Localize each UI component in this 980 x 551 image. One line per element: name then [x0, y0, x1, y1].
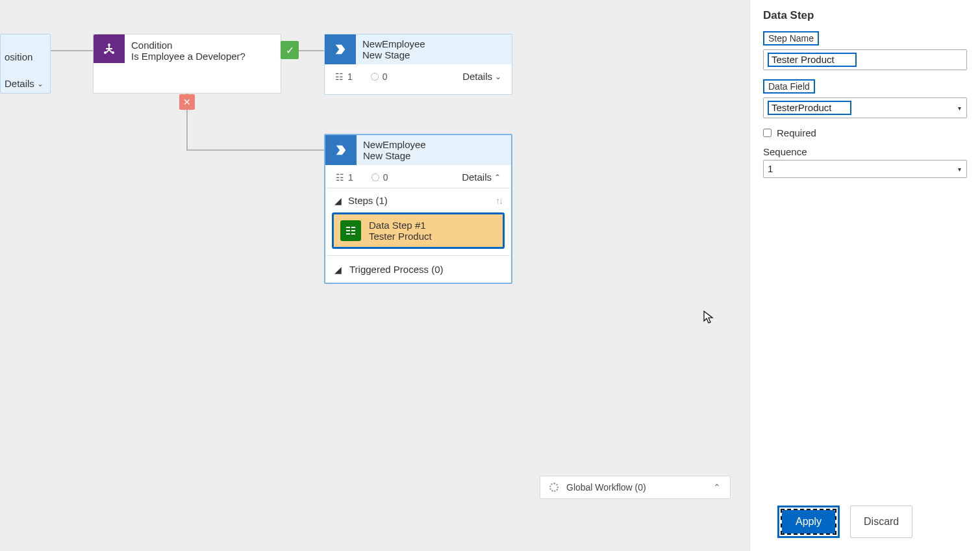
- connector: [186, 149, 324, 151]
- stage-name: New Stage: [362, 49, 505, 60]
- steps-header-label: Steps (1): [348, 195, 388, 206]
- step-name-input[interactable]: [772, 54, 853, 65]
- chevron-down-icon: ⌄: [495, 72, 501, 81]
- apply-button-highlight: Apply: [777, 506, 840, 538]
- collapse-triangle-icon: ◢: [334, 196, 342, 206]
- workflow-spinner-icon: [549, 483, 559, 492]
- data-step-item[interactable]: Data Step #1 Tester Product: [332, 212, 505, 249]
- step-name-label: Step Name: [768, 33, 814, 44]
- process-count: 0: [383, 71, 388, 82]
- steps-count: 1: [348, 172, 353, 183]
- details-label: Details: [5, 78, 34, 89]
- stage-node-expanded[interactable]: NewEmployee New Stage ☷1 0 Details ⌃ ◢ S…: [324, 134, 512, 284]
- connector: [51, 50, 93, 51]
- position-label: osition: [5, 40, 46, 62]
- reorder-arrows-icon[interactable]: ↑↓: [496, 196, 502, 206]
- discard-button[interactable]: Discard: [850, 506, 912, 538]
- condition-yes-badge: ✓: [281, 41, 299, 59]
- data-field-select-wrap: TesterProduct ▾: [763, 97, 967, 118]
- data-step-subtitle: Tester Product: [369, 231, 432, 242]
- details-toggle[interactable]: Details ⌄: [5, 78, 46, 89]
- process-count: 0: [383, 172, 388, 183]
- details-label: Details: [462, 172, 492, 183]
- sequence-label: Sequence: [763, 146, 967, 157]
- triggered-process-header[interactable]: ◢ Triggered Process (0): [325, 255, 511, 283]
- steps-count: 1: [347, 71, 353, 82]
- stage-entity: NewEmployee: [363, 139, 505, 150]
- details-toggle[interactable]: Details ⌄: [462, 71, 501, 82]
- condition-title: Condition: [131, 40, 245, 51]
- steps-count-icon: ☷1: [335, 71, 353, 82]
- connector: [299, 50, 324, 51]
- process-count-icon: 0: [371, 71, 388, 82]
- data-field-label-highlight: Data Field: [763, 79, 815, 94]
- required-checkbox[interactable]: [763, 129, 772, 137]
- sequence-select[interactable]: 1: [768, 163, 962, 174]
- position-stage-node[interactable]: osition Details ⌄: [0, 34, 51, 94]
- collapse-triangle-icon: ◢: [334, 264, 342, 275]
- required-label: Required: [777, 127, 816, 138]
- details-label: Details: [462, 71, 492, 82]
- condition-node[interactable]: Condition Is Employee a Developer?: [93, 34, 281, 94]
- chevron-up-icon: ⌃: [494, 173, 501, 182]
- stage-name: New Stage: [363, 150, 505, 161]
- condition-text: Condition Is Employee a Developer?: [125, 34, 252, 93]
- global-workflow-bar[interactable]: Global Workflow (0) ⌃: [540, 476, 731, 499]
- stage-node-collapsed[interactable]: NewEmployee New Stage ☷1 0 Details ⌄: [324, 34, 512, 95]
- data-step-title: Data Step #1: [369, 220, 432, 231]
- stage-chevron-icon: [325, 135, 357, 165]
- triggered-label: Triggered Process (0): [349, 264, 444, 275]
- steps-count-icon: ☷1: [336, 172, 353, 183]
- sequence-select-wrap: 1 ▾: [763, 160, 967, 178]
- step-name-value-highlight: [768, 53, 857, 67]
- chevron-down-icon: ▾: [958, 105, 961, 112]
- steps-section-header[interactable]: ◢ Steps (1) ↑↓: [325, 188, 511, 212]
- global-workflow-label: Global Workflow (0): [566, 482, 646, 493]
- chevron-down-icon: ⌄: [37, 79, 44, 88]
- stage-entity: NewEmployee: [362, 38, 505, 49]
- step-name-field-wrap: [763, 49, 967, 70]
- data-field-select[interactable]: TesterProduct: [772, 102, 848, 113]
- branch-icon: [94, 34, 125, 63]
- condition-question: Is Employee a Developer?: [131, 51, 245, 62]
- properties-panel: Data Step Step Name Data Field TesterPro…: [749, 0, 980, 551]
- condition-no-badge: ✕: [179, 94, 195, 110]
- process-count-icon: 0: [371, 172, 388, 183]
- stage-chevron-icon: [325, 34, 356, 64]
- data-step-text: Data Step #1 Tester Product: [369, 220, 432, 242]
- cursor-icon: [703, 311, 714, 327]
- stage-header: NewEmployee New Stage: [356, 34, 512, 64]
- data-step-icon: [340, 220, 361, 241]
- stage-header: NewEmployee New Stage: [357, 135, 511, 165]
- apply-button[interactable]: Apply: [782, 510, 835, 533]
- data-field-label: Data Field: [768, 81, 810, 92]
- details-toggle[interactable]: Details ⌃: [462, 172, 501, 183]
- panel-title: Data Step: [763, 9, 967, 22]
- data-field-value-highlight: TesterProduct: [768, 101, 851, 115]
- chevron-up-icon[interactable]: ⌃: [713, 482, 721, 493]
- step-name-label-highlight: Step Name: [763, 31, 819, 45]
